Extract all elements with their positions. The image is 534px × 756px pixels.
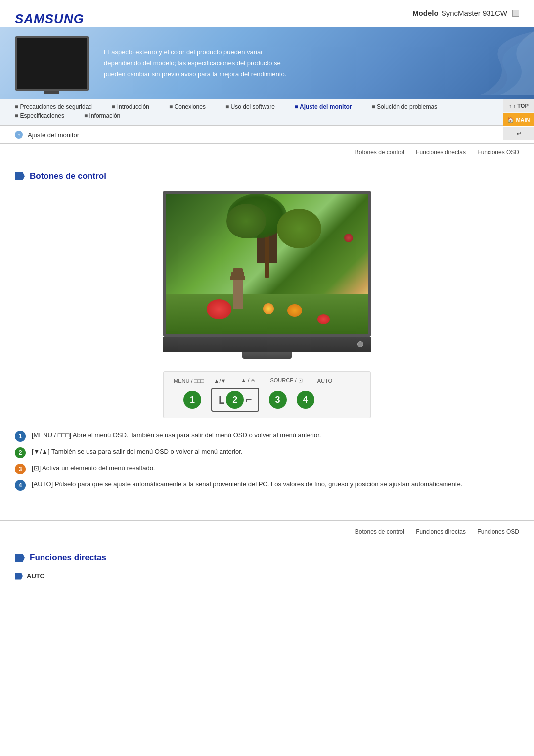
funciones-directas-icon: [15, 554, 25, 562]
instruction-number-2: 2: [15, 447, 26, 458]
monitor-screen: [163, 191, 371, 337]
ctrl-label-brightness: ▲ / ✳: [241, 378, 255, 384]
ctrl-label-arrows: ▲/▼: [214, 378, 226, 384]
instruction-text-2: [▼/▲] También se usa para salir del menú…: [32, 447, 243, 457]
auto-subsection-text: AUTO: [27, 572, 45, 580]
funciones-directas-title: Funciones directas: [15, 553, 519, 563]
nav-item-solucion[interactable]: Solución de problemas: [371, 103, 437, 110]
hero-banner: El aspecto externo y el color del produc…: [0, 27, 534, 99]
tab-botones-control[interactable]: Botones de control: [355, 149, 404, 156]
top-button-label: ↑ TOP: [513, 103, 529, 109]
main-content: Botones de control: [0, 161, 534, 516]
model-label: Modelo: [412, 9, 439, 17]
bottom-tab-funciones-directas[interactable]: Funciones directas: [416, 528, 466, 535]
instruction-number-1: 1: [15, 431, 26, 442]
tab-links-bottom: Botones de control Funciones directas Fu…: [0, 520, 534, 543]
auto-subsection: AUTO: [15, 572, 519, 580]
monitor-bezel-bottom: [163, 337, 371, 352]
side-buttons: ↑ ↑ TOP 🏠 MAIN ↩: [503, 99, 534, 140]
nav-item-precauciones[interactable]: Precauciones de seguridad: [15, 103, 92, 110]
instruction-number-3: 3: [15, 464, 26, 474]
monitor-stand: [242, 352, 292, 359]
nav-item-introduccion[interactable]: Introducción: [112, 103, 149, 110]
bottom-tab-funciones-osd[interactable]: Funciones OSD: [477, 528, 519, 535]
main-button[interactable]: 🏠 MAIN: [503, 113, 534, 126]
botones-control-section-title: Botones de control: [15, 171, 519, 181]
monitor-power-button: [357, 341, 363, 347]
bottom-tab-botones-control[interactable]: Botones de control: [355, 528, 404, 535]
hero-monitor-image: [15, 36, 89, 91]
tab-links-top: Botones de control Funciones directas Fu…: [0, 144, 534, 161]
nav-bar: Precauciones de seguridad Introducción C…: [0, 99, 534, 126]
instruction-item-1: 1 [MENU / □□□] Abre el menú OSD. También…: [15, 430, 519, 442]
controls-diagram: MENU / □□□ ▲/▼ ▲ / ✳ SOURCE / ⊡ AUTO 1 L…: [163, 371, 371, 418]
nav-item-ajuste[interactable]: Ajuste del monitor: [295, 103, 352, 110]
instructions-list: 1 [MENU / □□□] Abre el menú OSD. También…: [15, 430, 519, 491]
monitor-screen-garden-image: [166, 194, 368, 334]
breadcrumb-icon: ○: [15, 131, 23, 139]
control-number-1: 1: [183, 391, 201, 409]
page-header: SAMSUNG Modelo SyncMaster 931CW: [0, 0, 534, 27]
control-number-2: 2: [226, 391, 244, 409]
control-number-3: 3: [269, 391, 287, 409]
section-title-text: Botones de control: [30, 171, 106, 181]
breadcrumb-text: Ajuste del monitor: [28, 131, 79, 139]
hero-wave-decoration: [410, 27, 534, 99]
back-arrow-icon: ↩: [517, 131, 521, 137]
nav-item-informacion[interactable]: Información: [84, 112, 120, 119]
tab-funciones-directas[interactable]: Funciones directas: [416, 149, 466, 156]
nav-item-especificaciones[interactable]: Especificaciones: [15, 112, 64, 119]
model-color-swatch: [512, 10, 519, 17]
nav-item-conexiones[interactable]: Conexiones: [169, 103, 206, 110]
samsung-logo: SAMSUNG: [15, 11, 84, 27]
funciones-directas-title-text: Funciones directas: [30, 553, 106, 563]
instruction-number-4: 4: [15, 480, 26, 491]
back-button[interactable]: ↩: [503, 127, 534, 140]
instruction-text-3: [⊡] Activa un elemento del menú resaltad…: [32, 463, 155, 473]
section-title-icon: [15, 172, 25, 180]
instruction-item-3: 3 [⊡] Activa un elemento del menú resalt…: [15, 463, 519, 474]
instruction-text-4: [AUTO] Púlselo para que se ajuste automá…: [32, 479, 462, 489]
controls-labels-row: MENU / □□□ ▲/▼ ▲ / ✳ SOURCE / ⊡ AUTO: [174, 378, 360, 384]
hero-description: El aspecto externo y el color del produc…: [104, 47, 302, 80]
control-number-2-group: L 2 ⌐: [211, 388, 259, 412]
up-arrow-icon: ↑: [509, 103, 512, 109]
ctrl-label-auto: AUTO: [317, 378, 332, 384]
instruction-item-4: 4 [AUTO] Púlselo para que se ajuste auto…: [15, 479, 519, 491]
auto-subsection-icon: [15, 573, 23, 580]
ctrl-label-source: SOURCE / ⊡: [270, 378, 302, 384]
top-button[interactable]: ↑ ↑ TOP: [503, 99, 534, 112]
main-button-label: MAIN: [516, 117, 530, 123]
breadcrumb: ○ Ajuste del monitor: [0, 126, 534, 144]
funciones-directas-section: Funciones directas AUTO: [0, 543, 534, 597]
tab-funciones-osd[interactable]: Funciones OSD: [477, 149, 519, 156]
controls-numbers-row: 1 L 2 ⌐ 3 4: [183, 388, 360, 412]
model-value: SyncMaster 931CW: [442, 9, 507, 17]
home-icon: 🏠: [507, 117, 514, 123]
instruction-item-2: 2 [▼/▲] También se usa para salir del me…: [15, 447, 519, 458]
monitor-display: [163, 191, 371, 359]
instruction-text-1: [MENU / □□□] Abre el menú OSD. También s…: [32, 430, 321, 440]
ctrl-label-menu: MENU / □□□: [174, 378, 204, 384]
control-number-4: 4: [297, 391, 314, 409]
nav-item-software[interactable]: Uso del software: [225, 103, 275, 110]
